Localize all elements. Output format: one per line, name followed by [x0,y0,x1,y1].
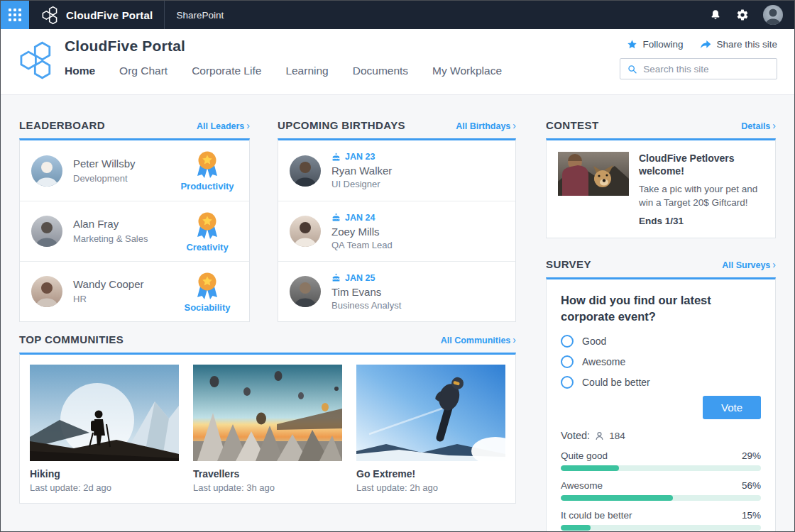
birthday-row[interactable]: JAN 24 Zoey Mills QA Team Lead [278,201,515,261]
result-label: Awesome [561,480,603,491]
survey-question: How did you find our latest corporate ev… [561,292,761,325]
community-item-go-extreme[interactable]: Go Extreme! Last update: 2h ago [356,365,505,493]
chevron-right-icon: › [772,120,776,131]
bell-icon[interactable] [709,9,722,21]
suite-brand-title: CloudFive Portal [66,9,153,21]
contest-body: Take a pic with your pet and win a Targe… [639,182,764,209]
community-item-travellers[interactable]: Travellers Last update: 3h ago [193,365,342,493]
gear-icon[interactable] [736,9,749,21]
communities-title: TOP COMMUNITIES [19,333,124,345]
medal-icon [193,211,221,240]
survey-option-could-be-better[interactable]: Could be better [561,376,761,389]
birthday-role: UI Designer [331,178,392,190]
avatar [290,216,321,247]
leader-dept: Development [73,172,177,185]
user-avatar[interactable] [763,5,783,25]
nav-corporate-life[interactable]: Corporate Life [192,65,261,77]
radio-button[interactable] [561,355,574,368]
option-label: Could be better [582,377,650,388]
person-icon [595,431,604,440]
voted-label: Voted: [561,430,590,441]
survey-option-good[interactable]: Good [561,335,761,348]
birthday-date: JAN 23 [345,151,375,162]
suite-brand[interactable]: CloudFive Portal [29,1,164,29]
chevron-right-icon: › [512,120,516,131]
leaderboard-row[interactable]: Alan Fray Marketing & Sales [20,201,249,261]
community-item-hiking[interactable]: Hiking Last update: 2d ago [30,365,179,493]
avatar [31,216,62,247]
main-nav: Home Org Chart Corporate Life Learning D… [65,65,502,77]
contest-image [558,152,629,196]
nav-org-chart[interactable]: Org Chart [119,65,168,77]
community-name: Go Extreme! [356,468,505,480]
app-launcher-button[interactable] [1,1,29,29]
hiking-image [30,365,179,461]
leaderboard-row[interactable]: Peter Willsby Development Pr [20,140,249,201]
cake-icon [331,153,341,162]
cake-icon [331,273,341,282]
medal-icon [193,150,221,179]
survey-result-row: Awesome 56% [561,480,761,501]
site-logo-icon [19,40,55,80]
option-label: Good [582,336,606,347]
share-site-button[interactable]: Share this site [700,39,777,50]
following-label: Following [642,39,683,50]
leaderboard-card: Peter Willsby Development Pr [19,138,250,322]
search-input[interactable] [643,64,769,74]
content-area: LEADERBOARD All Leaders› Peter Willsby D… [1,95,794,532]
badge-label: Sociability [177,302,238,313]
community-updated: Last update: 3h ago [193,482,342,493]
all-leaders-link[interactable]: All Leaders› [197,120,250,131]
birthday-role: QA Team Lead [331,239,393,251]
leaderboard-section: LEADERBOARD All Leaders› Peter Willsby D… [19,108,250,322]
chevron-right-icon: › [246,120,250,131]
radio-button[interactable] [561,376,574,389]
birthdays-card: JAN 23 Ryan Walker UI Designer [278,138,516,322]
leader-name: Peter Willsby [73,157,177,171]
all-communities-link[interactable]: All Communities› [441,334,516,345]
contest-details-link[interactable]: Details› [741,120,776,131]
vote-button[interactable]: Vote [703,396,761,419]
result-percent: 29% [742,450,761,461]
nav-my-workplace[interactable]: My Workplace [432,65,502,77]
result-bar-track [561,495,761,501]
survey-result-row: Quite good 29% [561,450,761,471]
leaderboard-row[interactable]: Wandy Cooper HR Sociability [20,261,249,321]
chevron-right-icon: › [512,334,516,345]
birthday-name: Zoey Mills [331,225,393,239]
leader-name: Wandy Cooper [73,277,177,292]
result-label: It could be better [561,510,632,521]
share-icon [700,40,711,50]
survey-result-row: It could be better 15% [561,510,761,531]
birthday-date: JAN 24 [345,212,375,223]
following-button[interactable]: Following [627,39,683,50]
radio-button[interactable] [561,335,574,348]
survey-card: How did you find our latest corporate ev… [546,277,776,532]
nav-learning[interactable]: Learning [285,65,328,77]
site-header: CloudFive Portal Home Org Chart Corporat… [1,29,794,95]
birthday-row[interactable]: JAN 25 Tim Evans Business Analyst [278,261,515,321]
community-updated: Last update: 2h ago [356,482,505,493]
all-surveys-link[interactable]: All Surveys› [722,259,776,270]
result-percent: 15% [742,510,761,521]
nav-home[interactable]: Home [65,65,95,77]
star-icon [627,39,637,50]
contest-ends: Ends 1/31 [639,216,764,226]
nav-documents[interactable]: Documents [353,65,408,77]
community-updated: Last update: 2d ago [30,482,179,493]
communities-card: Hiking Last update: 2d ago [19,353,516,504]
avatar [31,276,62,307]
all-birthdays-link[interactable]: All Birthdays› [456,120,516,131]
sharepoint-label[interactable]: SharePoint [165,10,224,21]
birthday-row[interactable]: JAN 23 Ryan Walker UI Designer [278,140,515,201]
leader-dept: HR [73,293,177,306]
voted-count: 184 [609,431,625,441]
result-bar-fill [561,495,673,501]
hexagon-logo-icon [42,6,59,25]
survey-title: SURVEY [546,258,591,270]
survey-option-awesome[interactable]: Awesome [561,355,761,368]
result-bar-fill [561,525,591,531]
contest-title: CONTEST [546,119,598,131]
site-search [620,58,777,79]
contest-section: CONTEST Details› [546,119,776,238]
